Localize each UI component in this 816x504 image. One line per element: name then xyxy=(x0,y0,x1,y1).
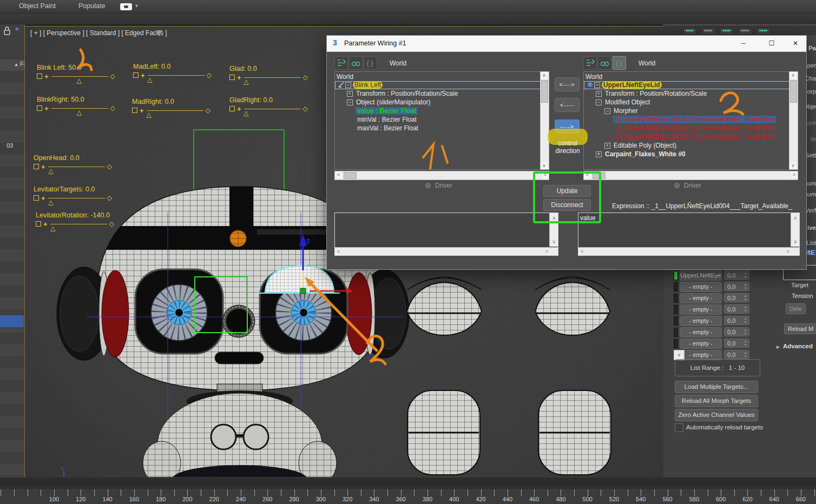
manipulator-slider[interactable]: LevitatorRotation: -140.0+◇△ xyxy=(36,211,114,227)
morph-target-eyelid-closed[interactable] xyxy=(407,390,480,475)
slider-track[interactable]: +◇ xyxy=(229,105,308,112)
timeline-frame-label[interactable]: 640 xyxy=(769,496,779,502)
tree-row[interactable]: +Transform : Position/Rotation/Scale xyxy=(335,90,541,98)
menu-tab-object-paint[interactable]: Object Paint xyxy=(19,2,56,10)
timeline-frame-label[interactable]: 320 xyxy=(343,496,352,502)
slider-thumb[interactable]: △ xyxy=(146,111,151,118)
populate-toggle-icon[interactable] xyxy=(120,3,132,10)
channel-value-spinner[interactable]: 0,0▲▼ xyxy=(724,327,749,336)
timeline-frame-label[interactable]: 380 xyxy=(423,496,432,502)
spinner-arrows-icon[interactable]: ▲▼ xyxy=(743,351,748,359)
slider-thumb[interactable]: △ xyxy=(48,167,53,175)
channel-value-spinner[interactable]: 0,0▲▼ xyxy=(724,293,749,302)
chevron-down-icon[interactable]: ▾ xyxy=(135,3,138,9)
slider-line[interactable] xyxy=(148,75,205,76)
timeline-frame-label[interactable]: 120 xyxy=(76,496,85,502)
left-tree-vscrollbar[interactable]: ∧∨ xyxy=(540,71,549,170)
channel-button[interactable]: - empty - xyxy=(680,316,722,326)
expand-icon[interactable]: + xyxy=(596,151,602,157)
left-ear[interactable] xyxy=(57,267,129,360)
morph-channel-row[interactable]: - empty -0,0▲▼ xyxy=(674,350,752,360)
spinner-arrows-icon[interactable]: ▲▼ xyxy=(743,328,748,336)
menu-tab-populate[interactable]: Populate xyxy=(78,2,105,10)
tree-row[interactable]: −Morpher xyxy=(584,107,790,115)
driver-tree-pane[interactable]: World−Blink Left+Transform : Position/Ro… xyxy=(334,71,541,170)
slider-plus-icon[interactable]: + xyxy=(43,220,48,228)
robot-body[interactable] xyxy=(143,384,337,477)
find-icon-right[interactable] xyxy=(598,56,611,70)
tree-row[interactable]: −UpperLÑeftEyeLid xyxy=(584,81,790,89)
timeline-frame-label[interactable]: 600 xyxy=(716,496,726,502)
collapse-icon[interactable]: − xyxy=(347,100,353,105)
right-driver-radio[interactable]: Driver xyxy=(673,182,701,189)
slider-box-icon[interactable] xyxy=(36,221,41,227)
timeline-frame-label[interactable]: 580 xyxy=(689,496,699,502)
slider-box-icon[interactable] xyxy=(133,72,139,78)
manipulator-slider[interactable]: BlinkRight: 50.0+◇△ xyxy=(37,96,115,111)
left-driver-radio[interactable]: Driver xyxy=(424,182,452,189)
timeline-frame-label[interactable]: 540 xyxy=(636,496,646,502)
slider-box-icon[interactable] xyxy=(34,164,39,169)
slider-track[interactable]: +◇ xyxy=(37,105,115,111)
timeline-frame-label[interactable]: 620 xyxy=(742,496,752,502)
dialog-title-bar[interactable]: 3 Parameter Wiring #1 ─ ☐ ✕ xyxy=(327,36,806,52)
slider-plus-icon[interactable]: + xyxy=(237,105,241,113)
timeline-frame-label[interactable]: 300 xyxy=(316,496,326,502)
right-tree-hscrollbar[interactable]: <> xyxy=(583,171,798,180)
timeline-frame-label[interactable]: 100 xyxy=(49,496,59,502)
slider-line[interactable] xyxy=(244,109,301,109)
maximize-button[interactable]: ☐ xyxy=(764,37,780,50)
advanced-label[interactable]: Advanced xyxy=(783,343,813,349)
slider-track[interactable]: +◇ xyxy=(133,72,212,78)
spinner-arrows-icon[interactable]: ▲▼ xyxy=(743,294,748,302)
timeline-frame-label[interactable]: 400 xyxy=(449,496,459,502)
slider-line[interactable] xyxy=(48,198,105,198)
timeline-frame-label[interactable]: 660 xyxy=(796,496,806,502)
slider-box-icon[interactable] xyxy=(37,105,42,111)
timeline-frame-label[interactable]: 140 xyxy=(102,496,112,502)
timeline-frame-label[interactable]: 280 xyxy=(289,496,299,502)
slider-line[interactable] xyxy=(147,110,203,111)
timeline-frame-label[interactable]: 240 xyxy=(236,496,246,502)
tree-row[interactable]: +Editable Poly (Object) xyxy=(584,142,790,150)
slider-diamond-icon[interactable]: ◇ xyxy=(107,163,112,170)
slider-thumb[interactable]: △ xyxy=(50,224,55,232)
expression-icon-right-pressed[interactable]: ( ) xyxy=(613,56,626,70)
slider-box-icon[interactable] xyxy=(229,75,235,80)
expand-icon[interactable]: + xyxy=(596,91,602,97)
slider-diamond-icon[interactable]: ◇ xyxy=(110,104,115,112)
timeline-frame-label[interactable]: 520 xyxy=(609,496,619,502)
spinner-arrows-icon[interactable]: ▲▼ xyxy=(743,271,748,279)
channel-value-spinner[interactable]: 0,0▲▼ xyxy=(724,270,749,280)
slider-diamond-icon[interactable]: ◇ xyxy=(303,105,308,112)
slider-track[interactable]: +◇ xyxy=(36,221,114,227)
morph-channel-row[interactable]: - empty -0,0▲▼ xyxy=(674,293,752,303)
spinner-arrows-icon[interactable]: ▲▼ xyxy=(743,306,748,313)
ribbon-icon-5[interactable] xyxy=(756,28,771,35)
minimize-button[interactable]: ─ xyxy=(735,37,752,50)
slider-box-icon[interactable] xyxy=(229,106,235,111)
driven-tree-pane[interactable]: World−UpperLÑeftEyeLid+Transform : Posit… xyxy=(583,71,790,170)
spinner-arrows-icon[interactable]: ▲▼ xyxy=(743,340,748,347)
right-tree-vscrollbar[interactable]: ∧∨ xyxy=(789,71,798,170)
delete-button[interactable]: Dele xyxy=(786,303,806,314)
expression-icon[interactable]: ( ) xyxy=(364,56,377,70)
expand-icon[interactable]: + xyxy=(347,91,353,97)
two-way-wire-button[interactable]: <---> xyxy=(555,77,580,91)
slider-diamond-icon[interactable]: ◇ xyxy=(110,72,115,80)
show-tracks-icon-right[interactable] xyxy=(583,56,597,70)
timeline-frame-label[interactable]: 460 xyxy=(529,496,539,502)
left-eye[interactable] xyxy=(135,269,223,354)
disconnect-button[interactable]: Disconnect xyxy=(543,199,591,211)
timeline-frame-label[interactable]: 500 xyxy=(583,496,593,502)
tree-row[interactable]: minVal : Bezier Float xyxy=(335,116,541,124)
expand-icon[interactable]: + xyxy=(604,143,610,149)
timeline-frame-label[interactable]: 180 xyxy=(156,496,166,502)
slider-box-icon[interactable] xyxy=(34,195,39,201)
update-button[interactable]: Update xyxy=(543,185,591,197)
left-tree-hscrollbar[interactable]: <> xyxy=(334,171,549,180)
collapse-icon[interactable]: − xyxy=(345,82,351,88)
collapse-icon[interactable]: − xyxy=(604,108,610,114)
slider-thumb[interactable]: △ xyxy=(48,198,53,206)
spinner-arrows-icon[interactable]: ▲▼ xyxy=(743,283,748,290)
